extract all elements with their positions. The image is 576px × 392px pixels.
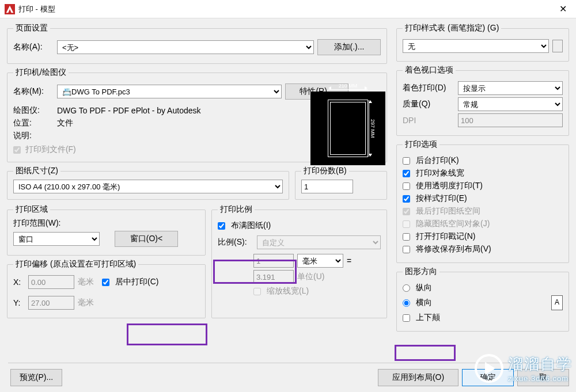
opt-styles-label: 按样式打印(E)	[416, 193, 467, 204]
style-table-edit-icon[interactable]	[552, 40, 563, 52]
highlight-landscape	[395, 345, 456, 361]
page-setup-name-select[interactable]: <无>	[57, 40, 314, 54]
orientation-landscape-label: 横向	[416, 298, 432, 308]
apply-to-layout-button[interactable]: 应用到布局(O)	[378, 369, 458, 386]
opt-lw-label: 打印对象线宽	[416, 168, 464, 178]
paper-size-group: 图纸尺寸(Z) ISO A4 (210.00 x 297.00 毫米)	[7, 166, 289, 200]
opt-last-checkbox	[403, 208, 410, 215]
scale-ratio-label: 比例(S):	[218, 237, 253, 248]
center-plot-checkbox[interactable]	[102, 279, 109, 286]
options-legend: 打印选项	[403, 139, 439, 150]
equals-label: =	[347, 256, 351, 265]
print-to-file-label: 打印到文件(F)	[25, 144, 76, 154]
scale-legend: 打印比例	[218, 204, 255, 215]
app-logo	[5, 4, 15, 14]
watermark-en: zixue.3d66.com	[508, 374, 573, 383]
location-value: 文件	[57, 118, 73, 128]
orientation-upside-label: 上下颠	[416, 313, 440, 323]
opt-save-label: 将修改保存到布局(V)	[416, 244, 491, 254]
shade-group: 着色视口选项 着色打印(D) 按显示 质量(Q) 常规 DPI	[396, 65, 569, 136]
printer-group: 打印机/绘图仪 名称(M): 📇DWG To PDF.pc3 特性(R)... …	[7, 67, 387, 162]
orientation-group: 图形方向 纵向 横向 上下颠	[396, 267, 569, 332]
options-group: 打印选项 后台打印(K) 打印对象线宽 使用透明度打印(T) 按样式打印(E) …	[396, 139, 569, 263]
offset-y-unit: 毫米	[78, 298, 98, 308]
watermark: 溜溜自学 zixue.3d66.com	[475, 354, 573, 383]
style-table-group: 打印样式表 (画笔指定) (G) 无	[396, 23, 569, 62]
add-page-setup-button[interactable]: 添加(.)...	[317, 39, 381, 55]
opt-stamp-checkbox[interactable]	[403, 233, 410, 241]
orientation-upside-checkbox[interactable]	[403, 314, 410, 322]
scale-group: 打印比例 布满图纸(I) 比例(S): 自定义 毫米 = 单位(U)	[211, 204, 387, 318]
offset-x-input	[28, 275, 74, 289]
offset-group: 打印偏移 (原点设置在可打印区域) X: 毫米 居中打印(C) Y: 毫米	[7, 259, 206, 318]
fit-to-paper-label: 布满图纸(I)	[231, 220, 271, 231]
shade-plot-label: 着色打印(D)	[403, 83, 454, 93]
offset-y-label: Y:	[13, 298, 25, 307]
window-title: 打印 - 模型	[18, 4, 555, 14]
printer-name-select[interactable]: 📇DWG To PDF.pc3	[57, 85, 282, 98]
opt-hide-checkbox	[403, 220, 410, 228]
page-setup-group: 页面设置 名称(A): <无> 添加(.)...	[7, 23, 387, 64]
copies-legend: 打印份数(B)	[301, 166, 349, 176]
paper-size-legend: 图纸尺寸(Z)	[13, 166, 60, 176]
scale-ratio-select: 自定义	[257, 235, 381, 249]
plot-range-label: 打印范围(W):	[13, 218, 199, 229]
printer-legend: 打印机/绘图仪	[13, 67, 69, 78]
orientation-portrait-label: 纵向	[416, 283, 432, 293]
orientation-preview-icon	[551, 295, 563, 310]
titlebar: 打印 - 模型 ✕	[0, 0, 576, 18]
scale-unit-select[interactable]: 毫米	[297, 254, 343, 268]
paper-size-select[interactable]: ISO A4 (210.00 x 297.00 毫米)	[13, 180, 283, 193]
highlight-center-plot	[127, 324, 207, 345]
dpi-label: DPI	[403, 116, 454, 125]
opt-last-label: 最后打印图纸空间	[416, 206, 480, 216]
window-pick-button[interactable]: 窗口(O)<	[115, 231, 178, 247]
dpi-input	[458, 113, 563, 127]
style-table-select[interactable]: 无	[403, 39, 549, 53]
shade-plot-select[interactable]: 按显示	[458, 81, 563, 95]
opt-styles-checkbox[interactable]	[403, 195, 410, 203]
orientation-landscape-radio[interactable]	[403, 299, 410, 307]
opt-save-checkbox[interactable]	[403, 246, 410, 253]
orientation-portrait-radio[interactable]	[403, 284, 410, 292]
printer-name-label: 名称(M):	[13, 86, 54, 97]
opt-transp-label: 使用透明度打印(T)	[416, 181, 483, 191]
plotter-value: DWG To PDF - PDF ePlot - by Autodesk	[57, 106, 200, 115]
paper-preview: 210 MM 297 MM	[310, 92, 385, 165]
dim-height: 297 MM	[370, 100, 376, 157]
plot-area-group: 打印区域 打印范围(W): 窗口 窗口(O)<	[7, 204, 206, 256]
quality-select[interactable]: 常规	[458, 97, 563, 111]
opt-stamp-label: 打开打印戳记(N)	[416, 231, 475, 242]
page-setup-name-label: 名称(A):	[13, 42, 54, 52]
opt-hide-label: 隐藏图纸空间对象(J)	[416, 219, 490, 229]
preview-button[interactable]: 预览(P)...	[10, 369, 62, 386]
scale-num2-input	[253, 270, 294, 284]
center-plot-label: 居中打印(C)	[115, 277, 158, 287]
style-table-legend: 打印样式表 (画笔指定) (G)	[403, 23, 501, 33]
close-icon[interactable]: ✕	[555, 3, 571, 14]
scale-lineweight-checkbox	[253, 288, 261, 295]
page-setup-legend: 页面设置	[13, 23, 50, 33]
dim-width: 210 MM	[328, 83, 367, 89]
desc-label: 说明:	[13, 131, 54, 141]
offset-x-label: X:	[13, 277, 25, 287]
print-to-file-checkbox	[13, 146, 21, 154]
plotter-label: 绘图仪:	[13, 105, 54, 116]
opt-bg-checkbox[interactable]	[403, 157, 410, 165]
copies-input[interactable]	[301, 180, 353, 193]
offset-y-input	[28, 296, 74, 310]
plot-range-select[interactable]: 窗口	[13, 232, 100, 246]
scale-num1-input	[253, 254, 294, 268]
opt-lw-checkbox[interactable]	[403, 170, 410, 177]
fit-to-paper-checkbox[interactable]	[218, 222, 225, 230]
offset-legend: 打印偏移 (原点设置在可打印区域)	[13, 259, 138, 269]
opt-bg-label: 后台打印(K)	[416, 155, 459, 166]
shade-legend: 着色视口选项	[403, 65, 456, 75]
location-label: 位置:	[13, 118, 54, 128]
watermark-cn: 溜溜自学	[508, 354, 573, 374]
offset-x-unit: 毫米	[78, 277, 98, 287]
play-icon	[475, 354, 503, 383]
opt-transp-checkbox[interactable]	[403, 182, 410, 190]
quality-label: 质量(Q)	[403, 99, 454, 109]
orientation-legend: 图形方向	[403, 267, 439, 277]
